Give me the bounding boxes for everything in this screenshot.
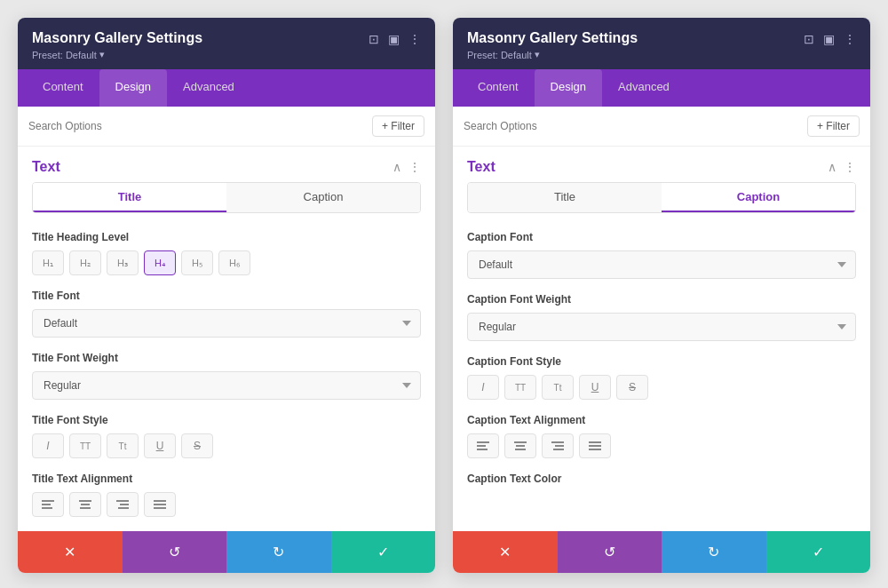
style-underline-left[interactable]: U [144,433,176,458]
panel-header-icons-left: ⊡ ▣ ⋮ [369,32,421,46]
save-button-left[interactable]: ✓ [331,531,436,573]
redo-button-left[interactable]: ↻ [226,531,331,573]
cancel-button-left[interactable]: ✕ [18,531,123,573]
section-header-left: Text ∧ ⋮ [18,147,435,182]
filter-button-right[interactable]: + Filter [807,115,860,137]
panel-preset-left: Preset: Default ▾ [32,49,202,60]
style-strikethrough-left[interactable]: S [181,433,213,458]
heading-h3-left[interactable]: H₃ [107,250,139,275]
tabs-left: Content Design Advanced [18,69,435,107]
panel-right: Masonry Gallery Settings Preset: Default… [453,18,870,573]
panel-title-group-right: Masonry Gallery Settings Preset: Default… [467,30,638,60]
style-uppercase-right[interactable]: TT [504,375,536,400]
layout-icon-right[interactable]: ▣ [823,32,835,46]
align-buttons-right [467,433,856,458]
panel-title-group-left: Masonry Gallery Settings Preset: Default… [32,30,202,60]
style-uppercase-left[interactable]: TT [69,433,101,458]
svg-rect-11 [154,507,166,509]
svg-rect-13 [477,445,486,447]
search-input-left[interactable] [28,120,365,132]
panel-title-right: Masonry Gallery Settings [467,30,638,46]
tab-advanced-left[interactable]: Advanced [167,69,250,107]
field-title-font-style-left: Title Font Style I TT Tt U S [18,407,435,465]
heading-h2-left[interactable]: H₂ [69,250,101,275]
sub-tabs-right: Title Caption [467,182,856,213]
tab-design-left[interactable]: Design [99,69,167,107]
heading-buttons-left: H₁ H₂ H₃ H₄ H₅ H₆ [32,250,421,275]
field-label-caption-font-weight-right: Caption Font Weight [467,293,856,306]
caption-font-select-right[interactable]: Default [467,250,856,279]
title-font-select-left[interactable]: Default [32,309,421,338]
svg-rect-1 [42,504,51,505]
panel-body-left: Text ∧ ⋮ Title Caption Title Heading Lev… [18,147,435,531]
responsive-icon-left[interactable]: ⊡ [369,32,379,46]
layout-icon-left[interactable]: ▣ [388,32,400,46]
title-font-weight-select-left[interactable]: Regular [32,371,421,400]
align-right-left[interactable] [107,492,139,517]
align-right-right[interactable] [542,433,574,458]
tab-advanced-right[interactable]: Advanced [602,69,686,107]
style-italic-left[interactable]: I [32,433,64,458]
align-center-right[interactable] [504,433,536,458]
align-center-left[interactable] [69,492,101,517]
sub-tab-title-right[interactable]: Title [468,183,662,212]
search-bar-right: + Filter [453,107,870,147]
heading-h4-left[interactable]: H₄ [144,250,176,275]
style-strikethrough-right[interactable]: S [616,375,648,400]
search-input-right[interactable] [464,120,800,132]
panel-preset-right: Preset: Default ▾ [467,49,638,60]
field-label-caption-text-alignment-right: Caption Text Alignment [467,414,856,426]
svg-rect-18 [551,441,564,443]
sub-tab-caption-right[interactable]: Caption [662,183,855,212]
responsive-icon-right[interactable]: ⊡ [804,32,814,46]
svg-rect-4 [81,504,90,505]
svg-rect-7 [120,504,129,505]
redo-button-right[interactable]: ↻ [662,531,766,573]
more-icon-left[interactable]: ⋮ [408,32,421,46]
tab-content-left[interactable]: Content [27,69,99,107]
style-italic-right[interactable]: I [467,375,499,400]
align-justify-right[interactable] [579,433,611,458]
panel-header-icons-right: ⊡ ▣ ⋮ [804,32,856,46]
field-heading-level-left: Title Heading Level H₁ H₂ H₃ H₄ H₅ H₆ [18,224,435,282]
heading-h6-left[interactable]: H₆ [218,250,250,275]
cancel-button-right[interactable]: ✕ [453,531,558,573]
section-more-icon-right[interactable]: ⋮ [844,160,856,174]
style-underline-right[interactable]: U [579,375,611,400]
align-left-right[interactable] [467,433,499,458]
tab-content-right[interactable]: Content [462,69,535,107]
field-label-caption-font-style-right: Caption Font Style [467,355,856,368]
panel-title-left: Masonry Gallery Settings [32,30,202,46]
caption-font-weight-select-right[interactable]: Regular [467,313,856,341]
align-left-left[interactable] [32,492,64,517]
svg-rect-2 [42,507,52,509]
save-button-right[interactable]: ✓ [766,531,871,573]
undo-button-left[interactable]: ↺ [123,531,227,573]
field-label-title-font-style-left: Title Font Style [32,414,421,426]
collapse-icon-right[interactable]: ∧ [828,160,836,174]
undo-button-right[interactable]: ↺ [558,531,662,573]
field-caption-font-style-right: Caption Font Style I TT Tt U S [453,348,870,407]
sub-tab-title-left[interactable]: Title [33,183,226,212]
search-bar-left: + Filter [18,107,435,147]
align-justify-left[interactable] [144,492,176,517]
style-capitalize-right[interactable]: Tt [542,375,574,400]
collapse-icon-left[interactable]: ∧ [392,160,401,174]
svg-rect-16 [516,445,525,447]
field-label-caption-font-right: Caption Font [467,231,856,243]
tab-design-right[interactable]: Design [535,69,602,107]
style-capitalize-left[interactable]: Tt [107,433,139,458]
section-title-left: Text [32,159,60,175]
field-caption-font-weight-right: Caption Font Weight Regular [453,286,870,348]
filter-button-left[interactable]: + Filter [372,115,424,137]
field-title-font-left: Title Font Default [18,282,435,345]
svg-rect-12 [477,441,489,443]
panel-header-right: Masonry Gallery Settings Preset: Default… [453,18,870,69]
section-more-icon-left[interactable]: ⋮ [408,160,421,174]
heading-h1-left[interactable]: H₁ [32,250,64,275]
more-icon-right[interactable]: ⋮ [844,32,856,46]
style-buttons-right: I TT Tt U S [467,375,856,400]
tabs-right: Content Design Advanced [453,69,870,107]
sub-tab-caption-left[interactable]: Caption [226,183,420,212]
heading-h5-left[interactable]: H₅ [181,250,213,275]
